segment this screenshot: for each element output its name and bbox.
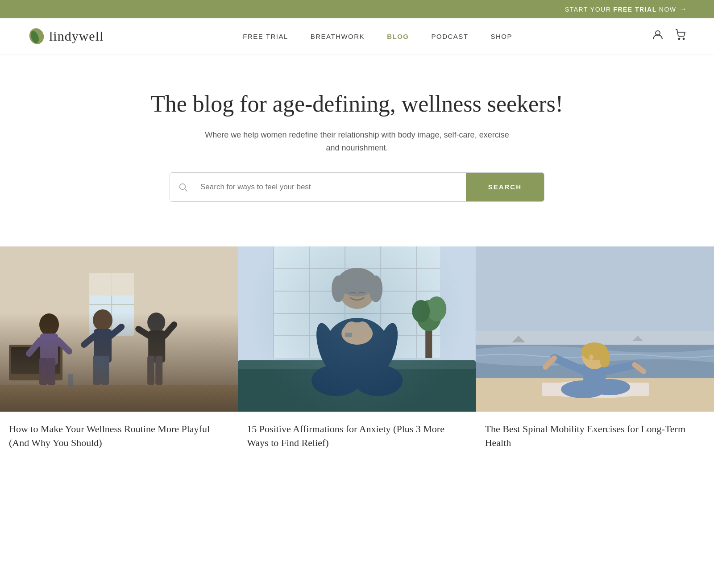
svg-point-64	[312, 321, 342, 373]
svg-line-34	[164, 325, 174, 336]
blog-card-1-image	[0, 246, 238, 412]
search-icon-wrapper	[170, 173, 196, 201]
svg-point-54	[337, 268, 377, 296]
nav-podcast[interactable]: PODCAST	[431, 33, 468, 40]
svg-line-22	[58, 340, 69, 351]
svg-point-57	[326, 318, 388, 371]
svg-rect-20	[47, 358, 55, 385]
logo-leaf-icon	[27, 27, 45, 45]
svg-rect-32	[155, 356, 162, 385]
site-header: lindywell FREE TRIAL BREATHWORK BLOG POD…	[0, 18, 714, 54]
top-banner[interactable]: START YOUR FREE TRIAL NOW →	[0, 0, 714, 18]
svg-rect-18	[40, 334, 58, 365]
svg-rect-37	[274, 246, 440, 358]
svg-rect-47	[238, 363, 476, 412]
svg-line-27	[84, 336, 95, 345]
account-icon[interactable]	[652, 29, 664, 44]
svg-point-59	[344, 321, 360, 341]
svg-point-60	[354, 321, 370, 341]
svg-point-17	[39, 313, 59, 336]
blog-card-1[interactable]: How to Make Your Wellness Routine More P…	[0, 246, 238, 459]
svg-point-56	[369, 275, 383, 302]
hero-section: The blog for age-defining, wellness seek…	[0, 54, 714, 229]
svg-point-53	[338, 269, 376, 309]
svg-rect-35	[68, 374, 73, 387]
svg-point-4	[683, 38, 685, 40]
svg-point-50	[417, 300, 442, 331]
svg-rect-36	[238, 246, 476, 412]
main-nav: FREE TRIAL BREATHWORK BLOG PODCAST SHOP	[243, 33, 512, 40]
svg-point-58	[341, 322, 373, 345]
logo-link[interactable]: lindywell	[27, 27, 104, 45]
blog-card-3-title: The Best Spinal Mobility Exercises for L…	[476, 412, 714, 459]
svg-rect-66	[476, 246, 714, 345]
hero-title: The blog for age-defining, wellness seek…	[89, 90, 625, 118]
svg-rect-16	[89, 273, 134, 296]
svg-rect-11	[9, 345, 62, 380]
search-icon	[178, 182, 188, 192]
svg-point-29	[147, 313, 165, 332]
svg-point-77	[599, 348, 610, 368]
svg-rect-48	[238, 360, 476, 369]
svg-line-21	[29, 340, 40, 354]
svg-rect-24	[94, 329, 112, 363]
nav-shop[interactable]: SHOP	[491, 33, 513, 40]
blog-card-2-title: 15 Positive Affirmations for Anxiety (Pl…	[238, 412, 476, 459]
blog-card-1-title: How to Make Your Wellness Routine More P…	[0, 412, 238, 459]
logo-text: lindywell	[49, 29, 104, 44]
svg-rect-10	[0, 246, 238, 385]
svg-point-3	[679, 38, 680, 40]
search-form: SEARCH	[170, 172, 544, 202]
banner-text-bold: FREE TRIAL	[613, 6, 656, 13]
svg-rect-19	[39, 358, 47, 385]
svg-point-51	[427, 296, 447, 321]
search-button[interactable]: SEARCH	[466, 173, 544, 201]
svg-point-55	[332, 275, 345, 302]
svg-point-63	[353, 365, 403, 396]
svg-rect-61	[345, 333, 352, 337]
svg-point-82	[589, 354, 594, 360]
svg-point-52	[412, 300, 430, 322]
blog-card-2[interactable]: 15 Positive Affirmations for Anxiety (Pl…	[238, 246, 476, 459]
search-input[interactable]	[196, 173, 466, 201]
svg-rect-12	[11, 347, 60, 374]
svg-line-33	[138, 329, 149, 336]
blog-grid: How to Make Your Wellness Routine More P…	[0, 246, 714, 459]
svg-rect-26	[101, 356, 109, 385]
blog-card-2-image	[238, 246, 476, 412]
svg-rect-31	[147, 356, 154, 385]
svg-line-28	[111, 327, 121, 336]
header-icons	[652, 29, 687, 44]
svg-line-6	[185, 189, 187, 191]
hero-subtitle: Where we help women redefine their relat…	[201, 129, 513, 154]
banner-text-end: NOW	[659, 6, 677, 13]
banner-arrow: →	[679, 4, 688, 14]
banner-text-start: START YOUR	[565, 6, 611, 13]
svg-point-23	[93, 309, 112, 331]
svg-rect-8	[0, 336, 238, 412]
nav-free-trial[interactable]: FREE TRIAL	[243, 33, 288, 40]
cart-icon[interactable]	[675, 29, 687, 44]
blog-card-3-image	[476, 246, 714, 412]
nav-blog[interactable]: BLOG	[387, 33, 409, 40]
svg-rect-25	[93, 356, 101, 385]
nav-breathwork[interactable]: BREATHWORK	[311, 33, 365, 40]
svg-rect-49	[426, 318, 432, 358]
svg-rect-30	[148, 330, 165, 363]
svg-point-65	[372, 321, 402, 373]
svg-rect-9	[0, 385, 238, 412]
blog-card-3[interactable]: The Best Spinal Mobility Exercises for L…	[476, 246, 714, 459]
svg-point-62	[311, 365, 361, 396]
